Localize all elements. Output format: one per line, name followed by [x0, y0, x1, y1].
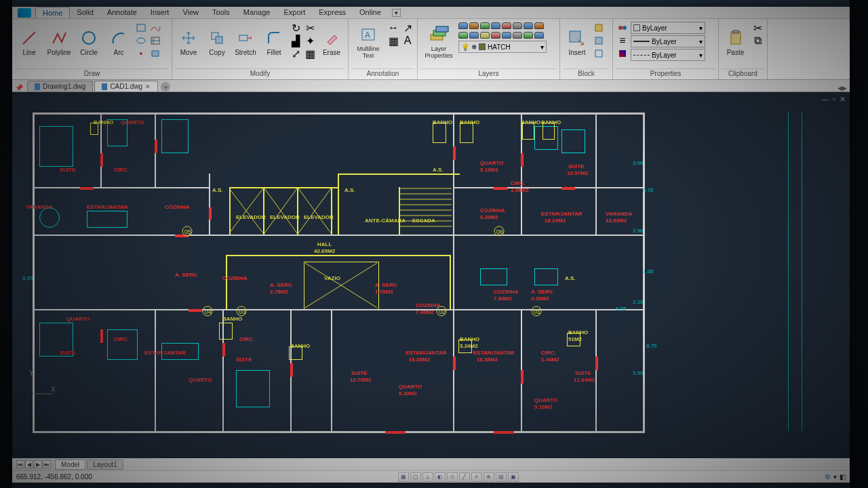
tool-line[interactable]: Line: [15, 20, 43, 64]
tool-create-block-icon[interactable]: [593, 22, 606, 34]
otrack-icon[interactable]: ╱: [459, 472, 470, 482]
tool-cut-icon[interactable]: ✂: [751, 22, 764, 34]
tool-table-icon[interactable]: ▦: [387, 35, 400, 47]
tool-arc[interactable]: Arc: [104, 20, 133, 64]
tool-multiline-text[interactable]: AMultiline Text: [351, 20, 385, 64]
tab-scroll-icon[interactable]: ◀▶: [837, 85, 847, 92]
menu-tab-insert[interactable]: Insert: [144, 7, 176, 18]
ortho-icon[interactable]: ⊥: [422, 472, 433, 482]
svg-rect-2: [137, 24, 145, 31]
menu-tab-annotate[interactable]: Annotate: [100, 7, 144, 18]
tool-paste[interactable]: Paste: [722, 20, 749, 64]
close-tab-icon[interactable]: ✕: [145, 83, 151, 90]
tool-fillet[interactable]: Fillet: [260, 20, 288, 64]
room-label: SUITE: [568, 163, 585, 169]
tool-ellipse-icon[interactable]: [134, 35, 148, 47]
tab-first-icon[interactable]: ⏮: [16, 460, 24, 468]
layer-props-label: Layer Properties: [425, 45, 452, 59]
file-tab[interactable]: Drawing1.dwg: [27, 81, 93, 92]
tool-trim-icon[interactable]: ✂: [303, 22, 317, 34]
close-icon[interactable]: ✕: [840, 95, 846, 104]
tool-spline-icon[interactable]: [149, 22, 162, 34]
file-tab[interactable]: CAD1.dwg✕: [94, 81, 158, 92]
layer-properties-button[interactable]: Layer Properties: [420, 20, 457, 64]
dyn-icon[interactable]: ⊕: [484, 472, 494, 482]
snap-mode-icon[interactable]: ▢: [410, 472, 421, 482]
annoscale-icon[interactable]: ▾: [833, 473, 837, 481]
tool-rect-icon[interactable]: [134, 22, 148, 34]
room-label: QUARTO: [399, 384, 422, 390]
snap-grid-icon[interactable]: ▦: [398, 472, 409, 482]
tool-hatch-icon[interactable]: [149, 35, 162, 47]
tab-last-icon[interactable]: ⏭: [43, 460, 51, 468]
prop-lineweight-select[interactable]: ByLayer▾: [631, 35, 705, 47]
room-label: 1.70M2: [375, 289, 393, 295]
tool-mirror-icon[interactable]: ▟: [289, 35, 302, 47]
prop-list-icon[interactable]: ≡: [616, 35, 629, 47]
prop-color-select[interactable]: ByLayer▾: [631, 22, 705, 34]
prop-color-icon[interactable]: [616, 47, 629, 60]
menu-tab-tools[interactable]: Tools: [205, 7, 237, 18]
menu-tab-export[interactable]: Export: [277, 7, 312, 18]
qp-icon[interactable]: ▤: [496, 472, 507, 482]
tool-dim-icon[interactable]: ↔: [387, 22, 400, 34]
tool-scale-icon[interactable]: ⤢: [289, 47, 302, 60]
tab-next-icon[interactable]: ▶: [34, 460, 42, 468]
tool-polyline[interactable]: Polyline: [45, 20, 73, 64]
tool-insert-block[interactable]: Insert: [563, 20, 591, 64]
osnap-icon[interactable]: ◇: [447, 472, 458, 482]
tab-prev-icon[interactable]: ◀: [25, 460, 33, 468]
layer-current-select[interactable]: 💡❄HATCH▾: [458, 41, 547, 53]
tool-edit-block-icon[interactable]: [593, 35, 606, 47]
ribbon-dropdown-icon[interactable]: ▾: [392, 9, 401, 17]
menu-tab-online[interactable]: Online: [353, 7, 388, 18]
tool-attr-icon[interactable]: [593, 47, 606, 60]
pin-icon[interactable]: 📌: [15, 84, 23, 92]
panel-annotation: AMultiline Text ↔ ↗ ▦ A Annotation: [349, 19, 418, 79]
tool-copy[interactable]: Copy: [203, 20, 231, 64]
menu-tab-home[interactable]: Home: [35, 7, 70, 18]
svg-rect-8: [152, 51, 159, 56]
tool-erase[interactable]: Erase: [318, 20, 345, 64]
room-label: 3.55: [633, 370, 644, 376]
tool-insert-label: Insert: [568, 49, 585, 56]
layout-tab-layout1[interactable]: Layout1: [87, 460, 123, 470]
minimize-icon[interactable]: —: [821, 95, 829, 104]
svg-text:03: 03: [239, 308, 245, 315]
prop-linetype-select[interactable]: ByLayer▾: [631, 49, 705, 61]
tool-stretch[interactable]: Stretch: [232, 20, 259, 64]
tool-rotate-icon[interactable]: ↻: [289, 22, 302, 34]
settings-icon[interactable]: ⚙: [825, 473, 831, 481]
tool-move[interactable]: Move: [175, 20, 202, 64]
room-label: CIRC.: [114, 167, 129, 173]
tool-text-icon[interactable]: A: [401, 35, 414, 47]
room-label: CIRC.: [114, 336, 129, 342]
lwt-icon[interactable]: ≡: [471, 472, 482, 482]
tool-copy2-icon[interactable]: ⧉: [751, 35, 764, 47]
workspace-icon[interactable]: ◧: [840, 473, 846, 481]
menu-tab-view[interactable]: View: [176, 7, 205, 18]
sc-icon[interactable]: ▣: [508, 472, 519, 482]
menu-tab-manage[interactable]: Manage: [237, 7, 277, 18]
polar-icon[interactable]: ◐: [435, 472, 446, 482]
layout-tabs: ⏮ ◀ ▶ ⏭ ModelLayout1: [12, 458, 850, 470]
room-label: BANHO: [521, 119, 540, 125]
tool-region-icon[interactable]: [149, 47, 162, 60]
new-tab-icon[interactable]: ＋: [161, 82, 170, 92]
room-label: QUARTO: [66, 316, 90, 322]
drawing-canvas[interactable]: — ▫ ✕: [12, 92, 850, 458]
svg-text:06: 06: [496, 228, 503, 235]
tool-point-icon[interactable]: [134, 47, 148, 60]
tool-explode-icon[interactable]: ✦: [303, 35, 317, 47]
prop-match-icon[interactable]: [616, 22, 629, 34]
tool-circle[interactable]: Circle: [75, 20, 103, 64]
menu-tab-express[interactable]: Express: [312, 7, 353, 18]
room-label: 1.44M2: [541, 357, 559, 363]
layout-tab-model[interactable]: Model: [55, 460, 85, 470]
tool-array-icon[interactable]: ▦: [303, 47, 317, 60]
svg-point-21: [618, 26, 623, 30]
menu-tab-solid[interactable]: Solid: [70, 7, 100, 18]
maximize-icon[interactable]: ▫: [833, 95, 835, 104]
room-label: SUITE: [60, 350, 76, 356]
tool-leader-icon[interactable]: ↗: [401, 22, 414, 34]
